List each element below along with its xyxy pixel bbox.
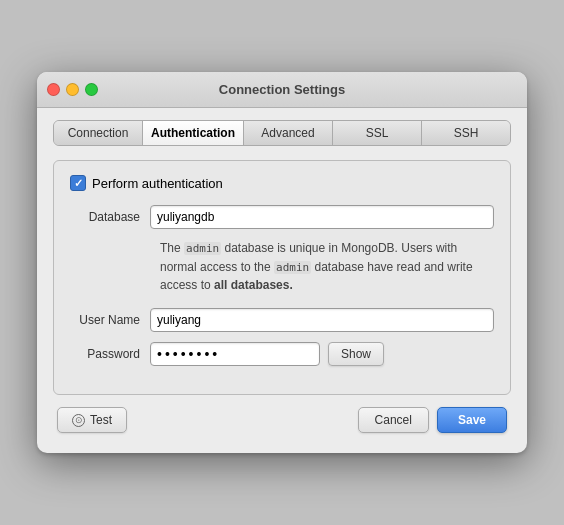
username-field-row: User Name [70, 308, 494, 332]
show-password-button[interactable]: Show [328, 342, 384, 366]
titlebar: Connection Settings [37, 72, 527, 108]
database-label: Database [70, 210, 150, 224]
right-buttons: Cancel Save [358, 407, 507, 433]
database-field-row: Database [70, 205, 494, 229]
bottom-bar: ⊙ Test Cancel Save [53, 395, 511, 437]
window-controls [47, 83, 98, 96]
password-input[interactable] [150, 342, 320, 366]
database-input[interactable] [150, 205, 494, 229]
test-button-label: Test [90, 413, 112, 427]
password-label: Password [70, 347, 150, 361]
window-title: Connection Settings [219, 82, 345, 97]
tab-authentication[interactable]: Authentication [143, 121, 244, 145]
username-label: User Name [70, 313, 150, 327]
cancel-button[interactable]: Cancel [358, 407, 429, 433]
test-button[interactable]: ⊙ Test [57, 407, 127, 433]
maximize-button[interactable] [85, 83, 98, 96]
connection-settings-window: Connection Settings Connection Authentic… [37, 72, 527, 453]
username-input[interactable] [150, 308, 494, 332]
tab-advanced[interactable]: Advanced [244, 121, 333, 145]
tab-bar: Connection Authentication Advanced SSL S… [53, 120, 511, 146]
tab-connection[interactable]: Connection [54, 121, 143, 145]
tab-ssl[interactable]: SSL [333, 121, 422, 145]
info-admin-1: admin [184, 242, 221, 255]
info-text-1: The [160, 241, 184, 255]
test-icon: ⊙ [72, 414, 85, 427]
window-content: Connection Authentication Advanced SSL S… [37, 108, 527, 453]
minimize-button[interactable] [66, 83, 79, 96]
info-admin-2: admin [274, 261, 311, 274]
form-panel: Perform authentication Database The admi… [53, 160, 511, 395]
save-button[interactable]: Save [437, 407, 507, 433]
perform-auth-label: Perform authentication [92, 176, 223, 191]
tab-ssh[interactable]: SSH [422, 121, 510, 145]
info-bold: all databases. [214, 278, 293, 292]
admin-info-block: The admin database is unique in MongoDB.… [160, 239, 494, 294]
close-button[interactable] [47, 83, 60, 96]
password-field-row: Password Show [70, 342, 494, 366]
perform-auth-row: Perform authentication [70, 175, 494, 191]
perform-auth-checkbox[interactable] [70, 175, 86, 191]
